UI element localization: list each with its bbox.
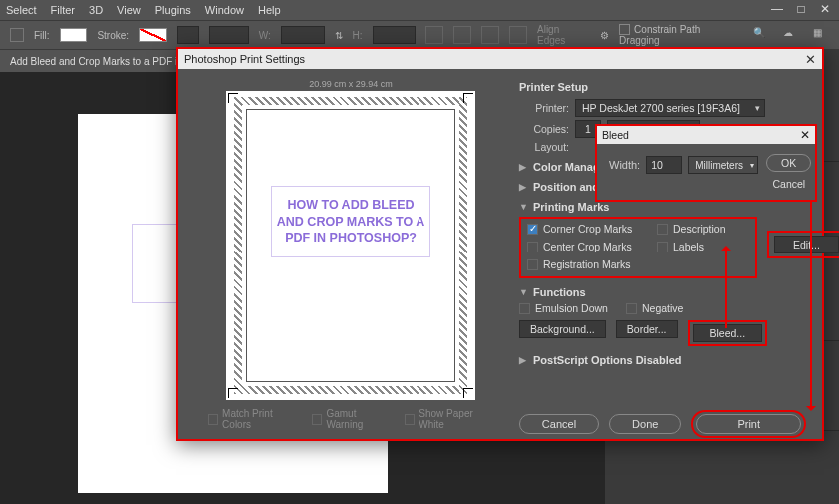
bleed-popup: Bleed ✕ Width: Millimeters OK Cancel xyxy=(595,124,817,202)
workspace-icon[interactable]: ▦ xyxy=(813,27,829,43)
settings-icon[interactable] xyxy=(509,26,527,44)
annotation-arrow-icon xyxy=(725,251,727,328)
menu-help[interactable]: Help xyxy=(258,4,281,16)
border-button[interactable]: Border... xyxy=(616,320,678,338)
gear-icon[interactable]: ⚙ xyxy=(600,30,609,41)
dialog-title: Photoshop Print Settings xyxy=(184,53,305,65)
menu-plugins[interactable]: Plugins xyxy=(155,4,191,16)
minimize-icon[interactable]: — xyxy=(769,2,785,16)
printer-select[interactable]: HP DeskJet 2700 series [19F3A6] xyxy=(575,99,765,117)
align-icon[interactable] xyxy=(453,26,471,44)
options-bar: Fill: Stroke: W: ⇅ H: Align Edges ⚙ Cons… xyxy=(0,20,839,50)
fill-label: Fill: xyxy=(34,30,50,41)
bleed-units-select[interactable]: Millimeters xyxy=(688,156,758,174)
done-button[interactable]: Done xyxy=(609,414,681,434)
bleed-popup-title: Bleed xyxy=(602,129,629,141)
crop-mark-icon xyxy=(463,93,473,103)
print-preview-panel: 20.99 cm x 29.94 cm HOW TO ADD BLEED AND… xyxy=(178,69,507,409)
bleed-cancel-button[interactable]: Cancel xyxy=(772,178,811,190)
crop-mark-icon xyxy=(228,388,238,398)
path-ops-icon[interactable] xyxy=(425,26,443,44)
corner-crop-marks-checkbox[interactable]: Corner Crop Marks xyxy=(527,223,657,235)
postscript-section[interactable]: ▶PostScript Options Disabled xyxy=(519,354,806,366)
bleed-button[interactable]: Bleed... xyxy=(693,324,763,342)
dialog-titlebar: Photoshop Print Settings ✕ xyxy=(178,49,822,69)
crop-mark-icon xyxy=(463,388,473,398)
height-input[interactable] xyxy=(373,26,417,44)
printer-setup-heading: Printer Setup xyxy=(519,81,806,93)
menubar: Select Filter 3D View Plugins Window Hel… xyxy=(0,0,839,20)
close-icon[interactable]: ✕ xyxy=(817,2,833,16)
fill-swatch[interactable] xyxy=(60,28,88,42)
arrange-icon[interactable] xyxy=(481,26,499,44)
search-icon[interactable]: 🔍 xyxy=(753,27,769,43)
preview-text: HOW TO ADD BLEED AND CROP MARKS TO A PDF… xyxy=(271,186,430,257)
menu-window[interactable]: Window xyxy=(205,4,244,16)
menu-filter[interactable]: Filter xyxy=(51,4,75,16)
stroke-label: Stroke: xyxy=(97,30,129,41)
layout-label: Layout: xyxy=(519,141,569,153)
dialog-close-icon[interactable]: ✕ xyxy=(805,52,816,67)
print-options-panel: Printer Setup Printer: HP DeskJet 2700 s… xyxy=(507,69,822,409)
copies-label: Copies: xyxy=(519,123,569,135)
dialog-footer: Cancel Done Print xyxy=(178,409,822,439)
window-controls: — □ ✕ xyxy=(769,2,833,16)
bleed-popup-titlebar: Bleed ✕ xyxy=(597,126,815,144)
bleed-button-highlight: Bleed... xyxy=(688,320,768,346)
stroke-width-select[interactable] xyxy=(177,26,199,44)
print-button[interactable]: Print xyxy=(696,414,801,434)
constrain-path-checkbox[interactable]: Constrain Path Dragging xyxy=(619,24,743,47)
preview-page: HOW TO ADD BLEED AND CROP MARKS TO A PDF… xyxy=(226,91,475,400)
printing-marks-section[interactable]: ▼Printing Marks xyxy=(519,201,806,213)
stroke-style-select[interactable] xyxy=(209,26,249,44)
link-icon[interactable]: ⇅ xyxy=(335,30,343,41)
labels-checkbox[interactable]: Labels xyxy=(657,241,757,252)
annotation-arrow-icon xyxy=(810,197,812,406)
edit-button-highlight: Edit... xyxy=(767,231,839,258)
bleed-width-input[interactable] xyxy=(646,156,682,174)
restore-icon[interactable]: □ xyxy=(793,2,809,16)
negative-checkbox[interactable]: Negative xyxy=(626,302,683,314)
menu-3d[interactable]: 3D xyxy=(89,4,103,16)
menu-view[interactable]: View xyxy=(117,4,141,16)
cancel-button[interactable]: Cancel xyxy=(519,414,599,434)
background-button[interactable]: Background... xyxy=(519,320,606,338)
preview-dimensions: 20.99 cm x 29.94 cm xyxy=(208,79,493,89)
bleed-popup-close-icon[interactable]: ✕ xyxy=(800,128,810,142)
align-edges-label: Align Edges xyxy=(537,24,590,46)
bleed-ok-button[interactable]: OK xyxy=(766,154,811,172)
stroke-swatch[interactable] xyxy=(139,28,167,42)
edit-button[interactable]: Edit... xyxy=(774,236,839,253)
crop-mark-icon xyxy=(228,93,238,103)
width-input[interactable] xyxy=(281,26,325,44)
print-button-highlight: Print xyxy=(691,410,806,438)
bleed-width-label: Width: xyxy=(609,159,640,171)
cloud-icon[interactable]: ☁ xyxy=(783,27,799,43)
center-crop-marks-checkbox[interactable]: Center Crop Marks xyxy=(527,241,657,252)
description-checkbox[interactable]: Description xyxy=(657,223,757,235)
tool-icon[interactable] xyxy=(10,28,24,42)
registration-marks-checkbox[interactable]: Registration Marks xyxy=(527,258,657,270)
print-settings-dialog: Photoshop Print Settings ✕ 20.99 cm x 29… xyxy=(176,47,824,441)
functions-section[interactable]: ▼Functions xyxy=(519,286,806,298)
emulsion-down-checkbox[interactable]: Emulsion Down xyxy=(519,302,608,314)
menu-select[interactable]: Select xyxy=(6,4,37,16)
printer-label: Printer: xyxy=(519,102,569,114)
